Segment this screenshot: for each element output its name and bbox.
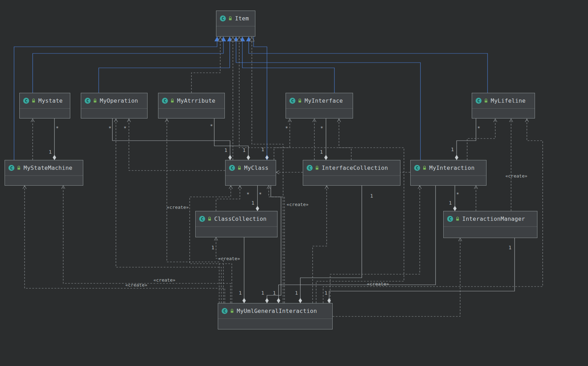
class-node-body [286, 108, 353, 118]
edge-label: * [56, 125, 59, 131]
lock-icon [237, 166, 242, 170]
edge-agg-myinterface-interfacecollection[interactable]: *1 [320, 118, 328, 160]
edge-label: «create» [505, 173, 528, 179]
class-node-mystate[interactable]: C Mystate [19, 93, 70, 118]
class-name: MyLifeline [491, 97, 525, 104]
class-icon: C [289, 98, 295, 104]
edge-agg-classcollection-myuml[interactable]: 1 [239, 237, 246, 303]
edge-agg-mylifeline-myinteraction[interactable]: *1 [451, 118, 480, 160]
class-node-body [226, 175, 276, 185]
class-node-header: C Mystate [20, 93, 70, 108]
edge-label: 1 [325, 290, 327, 296]
class-node-body [411, 175, 486, 185]
lock-icon [423, 166, 427, 170]
class-icon: C [476, 98, 482, 104]
edge-label: 1 [509, 245, 511, 250]
class-node-mystatemachine[interactable]: C MyStateMachine [5, 160, 83, 186]
edge-label: 1 [451, 147, 454, 152]
edge-gen-mystate-item[interactable] [33, 37, 226, 93]
class-icon: C [199, 216, 205, 222]
edge-label: * [124, 125, 126, 131]
edge-dep-interactionmanager-mylifeline[interactable]: «create» [505, 119, 528, 211]
edge-dep-myatrribute-item[interactable] [191, 37, 223, 93]
edge-agg-myclass-classcollection[interactable]: *1 [251, 186, 262, 211]
edge-label: * [320, 125, 323, 131]
class-node-interfacecollection[interactable]: C InterfaceCollection [303, 160, 400, 186]
class-name: ClassCollection [214, 216, 267, 222]
class-node-header: C MyClass [226, 160, 276, 175]
edge-dep-myuml-classcollection[interactable]: 1«create» [211, 237, 240, 303]
class-node-mylifeline[interactable]: C MyLifeline [472, 93, 535, 118]
uml-diagram-canvas: 1*1*1*1*1*1*1*11111111«create»«create»*«… [0, 0, 588, 366]
edge-label: * [247, 191, 249, 197]
edge-label: 1 [261, 290, 264, 296]
class-node-body [196, 226, 277, 237]
edge-gen-myoperation-item[interactable] [99, 37, 232, 93]
class-name: InterfaceCollection [322, 165, 388, 171]
edge-dep-myuml-interfacecollection[interactable] [313, 186, 328, 303]
class-node-myinteraction[interactable]: C MyInteraction [410, 160, 486, 186]
class-icon: C [447, 216, 453, 222]
lock-icon [315, 166, 319, 170]
class-node-header: C MyStateMachine [5, 160, 83, 175]
edge-dep-interactionmanager-myinteraction[interactable] [474, 186, 478, 211]
lock-icon [484, 98, 488, 103]
class-node-myoperation[interactable]: C MyOperation [81, 93, 148, 118]
lock-icon [32, 98, 36, 103]
edge-label: 1 [273, 290, 276, 296]
edge-label: 1 [370, 193, 373, 199]
edge-agg-myclass-myuml[interactable]: 1 [261, 186, 281, 303]
class-node-header: C MyInteraction [411, 160, 486, 175]
edge-label: * [210, 123, 213, 129]
class-node-interactionmanager[interactable]: C InteractionManager [443, 211, 537, 238]
edge-label: «create» [167, 205, 189, 210]
edge-agg-myinteraction-interactionmanager[interactable]: *1 [449, 186, 459, 211]
edge-agg-myoperation-myclass[interactable]: *1 [109, 118, 232, 160]
class-node-body [444, 226, 537, 238]
edge-agg-item-myclass[interactable]: 1 [254, 37, 269, 160]
class-name: MyClass [244, 165, 269, 171]
edge-label: «create» [218, 256, 240, 261]
edge-label: * [259, 191, 262, 197]
edge-label: «create» [125, 282, 148, 288]
edge-dep-myuml-myinterface[interactable] [316, 119, 404, 303]
class-node-header: C ClassCollection [196, 211, 277, 226]
edge-dep-myclass-item[interactable] [231, 37, 235, 160]
class-node-item[interactable]: C Item [216, 11, 255, 37]
class-name: InteractionManager [462, 216, 525, 222]
lock-icon [170, 98, 175, 103]
edge-agg-mystate-mystatemachine[interactable]: *1 [49, 118, 59, 160]
class-node-myumlgeneralinteraction[interactable]: C MyUmlGeneralInteraction [218, 303, 333, 329]
class-node-body [5, 175, 83, 185]
lock-icon [208, 217, 212, 221]
edge-agg-interactionmanager-myuml[interactable]: 11 [325, 238, 515, 303]
edge-dep-interfacecollection-myinterface[interactable] [313, 119, 316, 160]
edge-dep-myuml-interactionmanager[interactable] [333, 238, 462, 316]
lock-icon [298, 98, 302, 103]
class-node-myinterface[interactable]: C MyInterface [286, 93, 353, 118]
edge-dep-classcollection-myclass[interactable]: * [216, 186, 249, 211]
class-node-body [472, 108, 535, 118]
edge-dep-myinteraction-mylifeline[interactable] [467, 119, 497, 160]
edge-dep-mystatemachine-mystate[interactable] [31, 119, 34, 160]
edge-dep-myclass-myinterface[interactable]: * [274, 119, 292, 160]
edge-label: 1 [449, 200, 452, 206]
class-node-myatrribute[interactable]: C MyAtrribute [158, 93, 225, 118]
class-node-body [303, 175, 400, 185]
class-name: Mystate [38, 97, 63, 104]
class-node-myclass[interactable]: C MyClass [225, 160, 276, 186]
edge-dep-myuml-myclass-1[interactable]: «create» [167, 186, 233, 303]
class-node-header: C MyLifeline [472, 93, 535, 108]
lock-icon [456, 217, 460, 221]
class-name: Item [235, 15, 249, 22]
edge-gen-myinterface-item[interactable] [240, 37, 335, 93]
class-name: MyInterface [305, 97, 343, 104]
class-name: MyStateMachine [24, 165, 72, 171]
edge-dep-myuml-mystatemachine-1[interactable]: «create» [23, 186, 225, 303]
class-node-header: C MyUmlGeneralInteraction [218, 303, 332, 319]
edge-dep-myuml-myclass-2[interactable]: «create» [267, 186, 308, 303]
edge-gen-mylifeline-item[interactable] [247, 37, 488, 93]
class-icon: C [414, 165, 420, 171]
edge-label: * [285, 125, 288, 131]
class-node-classcollection[interactable]: C ClassCollection [195, 211, 277, 237]
